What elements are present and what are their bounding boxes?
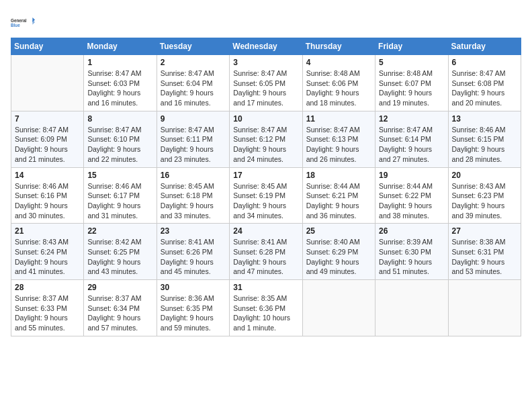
week-row-2: 7Sunrise: 8:47 AM Sunset: 6:09 PM Daylig… (11, 111, 521, 167)
day-number: 13 (452, 114, 517, 124)
day-info: Sunrise: 8:36 AM Sunset: 6:35 PM Dayligh… (161, 293, 226, 333)
calendar-cell: 4Sunrise: 8:48 AM Sunset: 6:06 PM Daylig… (302, 55, 375, 111)
calendar-cell: 21Sunrise: 8:43 AM Sunset: 6:24 PM Dayli… (11, 224, 84, 280)
week-row-3: 14Sunrise: 8:46 AM Sunset: 6:16 PM Dayli… (11, 167, 521, 224)
day-info: Sunrise: 8:42 AM Sunset: 6:25 PM Dayligh… (87, 237, 152, 277)
day-number: 15 (87, 171, 152, 180)
calendar-cell: 6Sunrise: 8:47 AM Sunset: 6:08 PM Daylig… (448, 55, 521, 111)
calendar-table: SundayMondayTuesdayWednesdayThursdayFrid… (11, 38, 521, 336)
day-info: Sunrise: 8:40 AM Sunset: 6:29 PM Dayligh… (306, 237, 371, 277)
day-number: 18 (306, 171, 371, 180)
svg-text:General: General (11, 18, 27, 23)
calendar-cell: 14Sunrise: 8:46 AM Sunset: 6:16 PM Dayli… (11, 167, 84, 224)
day-number: 3 (233, 58, 298, 67)
day-number: 16 (161, 171, 226, 180)
day-number: 8 (87, 114, 152, 124)
day-info: Sunrise: 8:41 AM Sunset: 6:28 PM Dayligh… (233, 237, 298, 277)
day-number: 6 (452, 58, 517, 67)
week-row-5: 28Sunrise: 8:37 AM Sunset: 6:33 PM Dayli… (11, 280, 521, 336)
day-number: 5 (379, 58, 444, 67)
calendar-cell (375, 280, 448, 336)
calendar-cell: 24Sunrise: 8:41 AM Sunset: 6:28 PM Dayli… (230, 224, 302, 280)
calendar-cell: 8Sunrise: 8:47 AM Sunset: 6:10 PM Daylig… (84, 111, 157, 167)
calendar-cell: 28Sunrise: 8:37 AM Sunset: 6:33 PM Dayli… (11, 280, 84, 336)
day-info: Sunrise: 8:45 AM Sunset: 6:18 PM Dayligh… (161, 181, 226, 221)
weekday-header-monday: Monday (84, 38, 157, 55)
day-number: 28 (15, 283, 80, 292)
day-info: Sunrise: 8:47 AM Sunset: 6:03 PM Dayligh… (87, 68, 152, 108)
calendar-cell: 17Sunrise: 8:45 AM Sunset: 6:19 PM Dayli… (230, 167, 302, 224)
calendar-cell: 9Sunrise: 8:47 AM Sunset: 6:11 PM Daylig… (157, 111, 229, 167)
calendar-cell: 31Sunrise: 8:35 AM Sunset: 6:36 PM Dayli… (230, 280, 302, 336)
weekday-header-thursday: Thursday (302, 38, 375, 55)
day-info: Sunrise: 8:47 AM Sunset: 6:08 PM Dayligh… (452, 68, 517, 108)
day-number: 14 (15, 171, 80, 180)
day-info: Sunrise: 8:47 AM Sunset: 6:04 PM Dayligh… (161, 68, 226, 108)
calendar-cell: 20Sunrise: 8:43 AM Sunset: 6:23 PM Dayli… (448, 167, 521, 224)
day-info: Sunrise: 8:47 AM Sunset: 6:12 PM Dayligh… (233, 125, 298, 165)
calendar-cell: 5Sunrise: 8:48 AM Sunset: 6:07 PM Daylig… (375, 55, 448, 111)
day-number: 27 (452, 226, 517, 236)
day-number: 7 (15, 114, 80, 124)
day-number: 25 (306, 226, 371, 236)
day-number: 17 (233, 171, 298, 180)
calendar-cell: 22Sunrise: 8:42 AM Sunset: 6:25 PM Dayli… (84, 224, 157, 280)
day-info: Sunrise: 8:39 AM Sunset: 6:30 PM Dayligh… (379, 237, 444, 277)
calendar-cell: 2Sunrise: 8:47 AM Sunset: 6:04 PM Daylig… (157, 55, 229, 111)
calendar-cell: 25Sunrise: 8:40 AM Sunset: 6:29 PM Dayli… (302, 224, 375, 280)
day-number: 29 (87, 283, 152, 292)
week-row-4: 21Sunrise: 8:43 AM Sunset: 6:24 PM Dayli… (11, 224, 521, 280)
day-info: Sunrise: 8:35 AM Sunset: 6:36 PM Dayligh… (233, 293, 298, 333)
day-number: 30 (161, 283, 226, 292)
day-number: 24 (233, 226, 298, 236)
day-number: 4 (306, 58, 371, 67)
day-number: 26 (379, 226, 444, 236)
day-info: Sunrise: 8:44 AM Sunset: 6:22 PM Dayligh… (379, 181, 444, 221)
day-info: Sunrise: 8:46 AM Sunset: 6:15 PM Dayligh… (452, 125, 517, 165)
day-number: 21 (15, 226, 80, 236)
day-number: 9 (161, 114, 226, 124)
day-info: Sunrise: 8:47 AM Sunset: 6:11 PM Dayligh… (161, 125, 226, 165)
calendar-cell: 15Sunrise: 8:46 AM Sunset: 6:17 PM Dayli… (84, 167, 157, 224)
day-number: 31 (233, 283, 298, 292)
calendar-cell (11, 55, 84, 111)
calendar-cell: 12Sunrise: 8:47 AM Sunset: 6:14 PM Dayli… (375, 111, 448, 167)
day-number: 2 (161, 58, 226, 67)
day-info: Sunrise: 8:37 AM Sunset: 6:34 PM Dayligh… (87, 293, 152, 333)
day-number: 11 (306, 114, 371, 124)
day-number: 22 (87, 226, 152, 236)
calendar-cell: 27Sunrise: 8:38 AM Sunset: 6:31 PM Dayli… (448, 224, 521, 280)
weekday-header-friday: Friday (375, 38, 448, 55)
day-number: 19 (379, 171, 444, 180)
logo: General Blue (11, 11, 35, 35)
calendar-cell: 13Sunrise: 8:46 AM Sunset: 6:15 PM Dayli… (448, 111, 521, 167)
day-info: Sunrise: 8:46 AM Sunset: 6:16 PM Dayligh… (15, 181, 80, 221)
calendar-cell: 18Sunrise: 8:44 AM Sunset: 6:21 PM Dayli… (302, 167, 375, 224)
svg-text:Blue: Blue (11, 23, 20, 28)
weekday-header-saturday: Saturday (448, 38, 521, 55)
day-info: Sunrise: 8:43 AM Sunset: 6:24 PM Dayligh… (15, 237, 80, 277)
calendar-cell: 3Sunrise: 8:47 AM Sunset: 6:05 PM Daylig… (230, 55, 302, 111)
day-info: Sunrise: 8:47 AM Sunset: 6:05 PM Dayligh… (233, 68, 298, 108)
calendar-cell: 19Sunrise: 8:44 AM Sunset: 6:22 PM Dayli… (375, 167, 448, 224)
week-row-1: 1Sunrise: 8:47 AM Sunset: 6:03 PM Daylig… (11, 55, 521, 111)
day-info: Sunrise: 8:48 AM Sunset: 6:06 PM Dayligh… (306, 68, 371, 108)
day-number: 10 (233, 114, 298, 124)
calendar-cell (448, 280, 521, 336)
day-info: Sunrise: 8:38 AM Sunset: 6:31 PM Dayligh… (452, 237, 517, 277)
day-number: 23 (161, 226, 226, 236)
day-info: Sunrise: 8:45 AM Sunset: 6:19 PM Dayligh… (233, 181, 298, 221)
page-header: General Blue (11, 11, 521, 35)
day-info: Sunrise: 8:48 AM Sunset: 6:07 PM Dayligh… (379, 68, 444, 108)
calendar-cell: 23Sunrise: 8:41 AM Sunset: 6:26 PM Dayli… (157, 224, 229, 280)
weekday-header-sunday: Sunday (11, 38, 84, 55)
day-number: 20 (452, 171, 517, 180)
day-number: 12 (379, 114, 444, 124)
calendar-cell (302, 280, 375, 336)
calendar-cell: 1Sunrise: 8:47 AM Sunset: 6:03 PM Daylig… (84, 55, 157, 111)
day-info: Sunrise: 8:47 AM Sunset: 6:10 PM Dayligh… (87, 125, 152, 165)
calendar-cell: 11Sunrise: 8:47 AM Sunset: 6:13 PM Dayli… (302, 111, 375, 167)
calendar-cell: 7Sunrise: 8:47 AM Sunset: 6:09 PM Daylig… (11, 111, 84, 167)
day-info: Sunrise: 8:41 AM Sunset: 6:26 PM Dayligh… (161, 237, 226, 277)
day-number: 1 (87, 58, 152, 67)
